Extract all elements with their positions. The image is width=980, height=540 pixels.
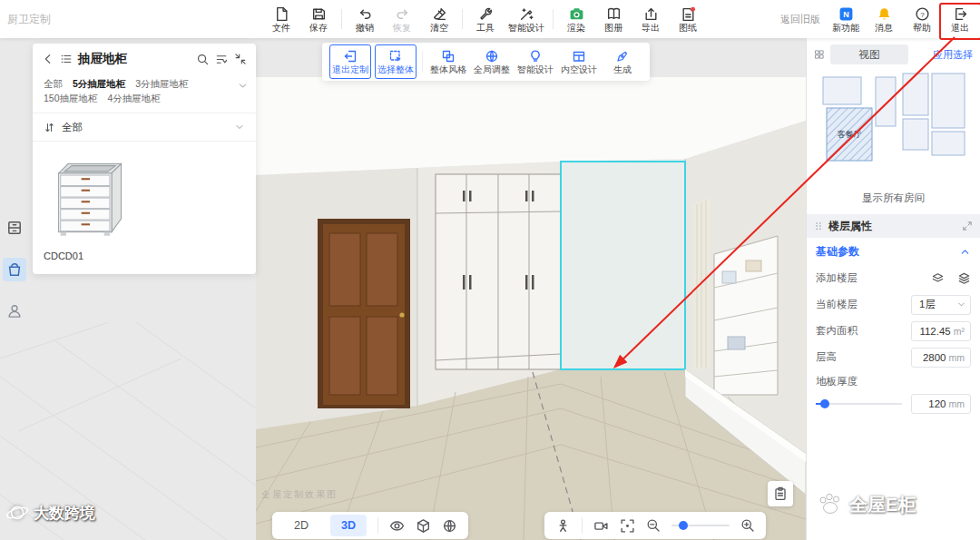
slider-thumb[interactable] — [820, 399, 829, 408]
zoom-in-button[interactable] — [740, 518, 755, 533]
lightbulb-icon — [528, 49, 543, 64]
panel-collapse-icon[interactable] — [234, 53, 247, 65]
interior-design-button[interactable]: 内空设计 — [559, 45, 599, 78]
category-menu-icon[interactable] — [60, 53, 73, 65]
floor-height-input[interactable]: 2800 mm — [911, 348, 971, 368]
exit-customization-button[interactable]: 退出定制 — [329, 44, 371, 79]
select-whole-button[interactable]: 选择整体 — [375, 44, 416, 79]
save-button[interactable]: 保存 — [304, 0, 333, 38]
camera-view-button[interactable] — [593, 518, 609, 534]
floor-properties-header[interactable]: 楼层属性 — [807, 214, 980, 238]
shelf-box — [722, 271, 736, 283]
left-dock — [3, 216, 26, 323]
smart-design-button[interactable]: 智能设计 — [508, 0, 544, 38]
export-button[interactable]: 导出 — [636, 0, 665, 38]
search-icon[interactable] — [196, 53, 210, 66]
cabinet-dock-button[interactable] — [3, 216, 26, 240]
messages-button[interactable]: 消息 — [869, 0, 898, 38]
focus-frame-button[interactable] — [620, 518, 635, 534]
smart-design-2-button[interactable]: 智能设计 — [515, 45, 555, 78]
current-floor-select[interactable]: 1层 — [911, 295, 971, 315]
product-thumbnail[interactable] — [44, 152, 134, 240]
category-150[interactable]: 150抽屉地柜 — [44, 93, 98, 103]
new-features-button[interactable]: N 新功能 — [831, 0, 860, 38]
bottom-right-watermark: 全屋E柜 — [817, 492, 916, 517]
generate-button[interactable]: 生成 — [603, 45, 642, 78]
export-icon — [643, 6, 659, 22]
basic-params-header[interactable]: 基础参数 — [807, 238, 980, 265]
toolbar-divider — [341, 9, 342, 29]
tools-button[interactable]: 工具 — [471, 0, 500, 38]
shelf-niche[interactable] — [714, 236, 778, 395]
global-adjust-button[interactable]: 全局调整 — [472, 45, 512, 78]
curtain[interactable] — [693, 198, 710, 369]
floor-plan-minimap[interactable]: 客餐厅 — [812, 66, 975, 184]
room-label: 客餐厅 — [838, 130, 862, 139]
sort-arrows-icon — [44, 122, 55, 133]
customization-toolbar: 退出定制 选择整体 整体风格 全局调整 智能设计 内空设计 生成 — [322, 43, 650, 81]
mode-2d-button[interactable]: 2D — [283, 515, 319, 536]
clear-button[interactable]: 清空 — [425, 0, 454, 38]
frame-corners-icon — [620, 518, 635, 534]
category-all[interactable]: 全部 — [44, 78, 63, 89]
area-input[interactable]: 112.45 m² — [911, 321, 971, 341]
area-row: 套内面积 112.45 m² — [807, 318, 980, 344]
sort-lines-icon[interactable] — [215, 53, 229, 66]
save-icon — [311, 6, 327, 22]
tools-icon — [478, 6, 494, 22]
floor-thickness-slider[interactable] — [816, 403, 902, 405]
apply-selection-link[interactable]: 应用选择 — [933, 48, 973, 62]
redo-button[interactable]: 恢复 — [387, 0, 416, 38]
mode-3d-button[interactable]: 3D — [330, 515, 367, 536]
floor-thickness-input[interactable]: 120 mm — [911, 394, 971, 414]
expand-icon[interactable] — [962, 221, 973, 231]
zoom-slider[interactable] — [671, 525, 730, 526]
zoom-out-button[interactable] — [646, 518, 661, 533]
category-5fen[interactable]: 5分抽屉地柜 — [73, 78, 125, 89]
product-list: CDCD01 — [33, 142, 256, 261]
filter-value: 全部 — [62, 121, 83, 134]
messages-bell-icon — [877, 6, 892, 22]
layers-stack-icon[interactable] — [957, 271, 971, 285]
visibility-button[interactable] — [389, 518, 405, 534]
render-camera-icon — [569, 6, 584, 22]
render-button[interactable]: 渲染 — [562, 0, 591, 38]
room-door[interactable] — [318, 219, 410, 408]
layer-icon[interactable] — [931, 271, 945, 285]
category-3fen[interactable]: 3分抽屉地柜 — [135, 78, 188, 89]
smart-design-icon — [519, 6, 534, 22]
album-button[interactable]: 图册 — [599, 0, 628, 38]
whole-style-button[interactable]: 整体风格 — [428, 45, 468, 78]
cabinet-icon — [6, 220, 23, 236]
back-to-old-version-link[interactable]: 返回旧版 — [780, 13, 820, 26]
catalog-panel: 抽屉地柜 全部 5分抽屉地柜 3分抽屉地柜 150抽屉地柜 4分抽屉地柜 全部 — [33, 44, 256, 274]
wardrobe[interactable] — [436, 174, 561, 369]
category-4fen[interactable]: 4分抽屉地柜 — [107, 93, 160, 103]
drawings-button[interactable]: 图纸 — [673, 0, 702, 38]
bucket-dock-button[interactable] — [3, 258, 26, 281]
back-chevron-icon[interactable] — [42, 53, 54, 65]
environment-button[interactable] — [442, 518, 457, 534]
show-all-rooms-link[interactable]: 显示所有房间 — [807, 191, 980, 205]
grid-icon[interactable] — [814, 49, 825, 60]
toolbar-divider — [422, 51, 423, 73]
3d-viewport[interactable] — [256, 77, 806, 540]
help-button[interactable]: ? 帮助 — [907, 0, 936, 38]
categories-expand-chevron-icon[interactable] — [237, 80, 249, 92]
camera-toolbar — [544, 512, 766, 539]
current-floor-row: 当前楼层 1层 — [807, 291, 980, 318]
album-icon — [606, 6, 622, 22]
roam-button[interactable] — [555, 518, 571, 534]
model-display-button[interactable] — [416, 518, 431, 534]
file-button[interactable]: 文件 — [267, 0, 296, 38]
zoom-slider-thumb[interactable] — [679, 521, 688, 530]
exit-button[interactable]: 退出 — [946, 0, 975, 38]
toolbar-divider — [462, 9, 463, 29]
filter-dropdown[interactable]: 全部 — [33, 113, 256, 142]
notes-button[interactable] — [768, 481, 793, 506]
person-dock-button[interactable] — [3, 299, 26, 323]
view-tab[interactable]: 视图 — [830, 44, 908, 64]
door-knob — [399, 312, 404, 317]
floor-height-row: 层高 2800 mm — [807, 344, 980, 370]
undo-button[interactable]: 撤销 — [350, 0, 379, 38]
